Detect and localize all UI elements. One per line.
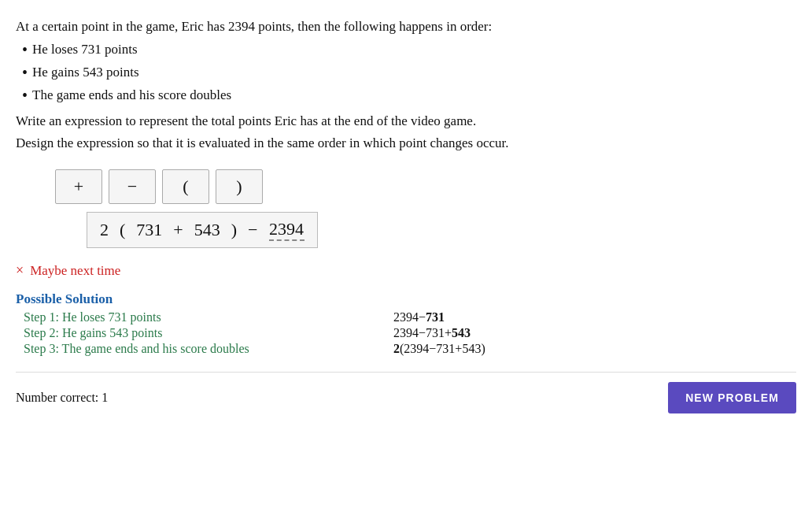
bullet-item-3: • The game ends and his score doubles — [22, 84, 796, 107]
bullet-dot-3: • — [22, 84, 28, 106]
step-2-desc: Step 2: He gains 543 points — [16, 326, 393, 340]
problem-intro: At a certain point in the game, Eric has… — [16, 16, 796, 39]
expr-token-2: 731 — [136, 220, 162, 240]
step-2-expr: 2394−731+543 — [393, 326, 471, 340]
bullet-dot-1: • — [22, 39, 28, 61]
expr-token-6: − — [248, 220, 257, 240]
expr-token-0: 2 — [100, 220, 109, 240]
expr-token-3: + — [173, 220, 183, 240]
step-3-expr: 2(2394−731+543) — [393, 342, 485, 356]
minus-button[interactable]: − — [109, 169, 156, 204]
instructions-line-1: Write an expression to represent the tot… — [16, 110, 796, 133]
expr-token-1: ( — [120, 220, 125, 240]
expr-token-5: ) — [231, 220, 237, 240]
feedback-message: Maybe next time — [30, 263, 120, 279]
bullet-list: • He loses 731 points • He gains 543 poi… — [22, 39, 796, 107]
bullet-text-2: He gains 543 points — [32, 61, 139, 84]
solution-section: Possible Solution Step 1: He loses 731 p… — [16, 291, 796, 356]
open-paren-button[interactable]: ( — [162, 169, 209, 204]
solution-step-2: Step 2: He gains 543 points 2394−731+543 — [16, 326, 796, 340]
step-3-desc: Step 3: The game ends and his score doub… — [16, 342, 393, 356]
bullet-item-2: • He gains 543 points — [22, 61, 796, 84]
instructions-line-2: Design the expression so that it is eval… — [16, 132, 796, 155]
expr-token-7: 2394 — [269, 219, 304, 241]
number-correct-text: Number correct: 1 — [16, 391, 108, 405]
solution-step-3: Step 3: The game ends and his score doub… — [16, 342, 796, 356]
bottom-row: Number correct: 1 NEW PROBLEM — [16, 372, 796, 413]
step-1-desc: Step 1: He loses 731 points — [16, 310, 393, 324]
number-correct-label: Number correct: — [16, 391, 98, 404]
operator-row: + − ( ) — [55, 169, 796, 204]
expr-token-4: 543 — [194, 220, 220, 240]
plus-button[interactable]: + — [55, 169, 102, 204]
feedback-row: × Maybe next time — [16, 262, 796, 279]
bullet-dot-2: • — [22, 61, 28, 83]
solution-title: Possible Solution — [16, 291, 796, 307]
number-correct-value: 1 — [102, 391, 108, 404]
new-problem-button[interactable]: NEW PROBLEM — [668, 382, 796, 413]
step-1-expr: 2394−731 — [393, 310, 445, 324]
problem-text: At a certain point in the game, Eric has… — [16, 16, 796, 155]
expression-area: 2 ( 731 + 543 ) − 2394 — [87, 212, 318, 248]
solution-step-1: Step 1: He loses 731 points 2394−731 — [16, 310, 796, 324]
close-paren-button[interactable]: ) — [216, 169, 263, 204]
bullet-text-1: He loses 731 points — [32, 39, 138, 61]
x-icon: × — [16, 262, 24, 279]
bullet-text-3: The game ends and his score doubles — [32, 84, 231, 107]
bullet-item-1: • He loses 731 points — [22, 39, 796, 61]
solution-steps: Step 1: He loses 731 points 2394−731 Ste… — [16, 310, 796, 356]
